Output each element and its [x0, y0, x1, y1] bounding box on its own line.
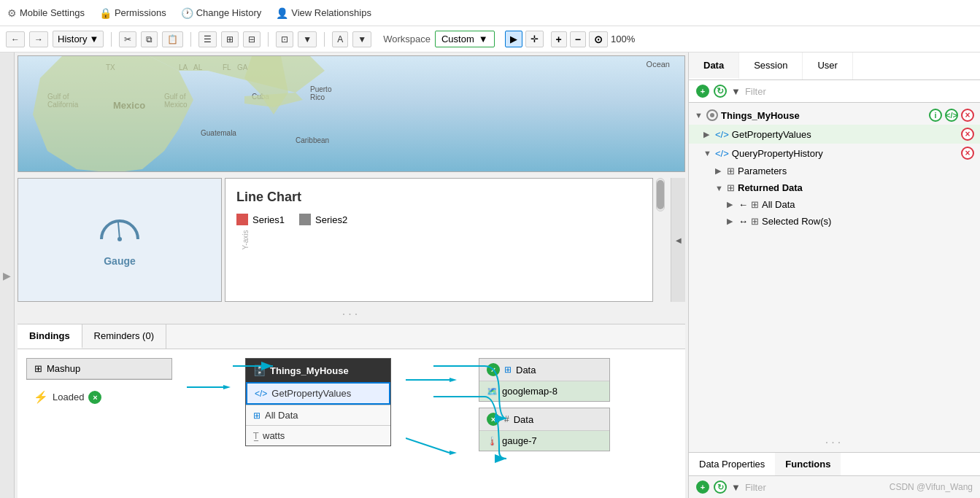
data1-remove-button[interactable]: × [487, 363, 500, 376]
add-data-button[interactable]: + [696, 85, 709, 98]
resize-dots[interactable]: ··· [15, 305, 688, 324]
redo-button[interactable]: → [29, 31, 48, 47]
scrollbar-thumb[interactable] [657, 180, 664, 209]
canvas-scrollbar[interactable] [656, 178, 665, 211]
mobile-settings-menu[interactable]: ⚙ Mobile Settings [7, 7, 85, 19]
getpropertyvalues-item[interactable]: </> GetPropertyValues [246, 382, 390, 405]
series2-color-swatch [299, 214, 311, 225]
things-block[interactable]: 🗄️ Things_MyHouse </> GetPropertyValues … [245, 358, 391, 446]
select-cursor-button[interactable]: ▶ [505, 31, 522, 47]
zoom-area: + − ⊙ 100% [551, 31, 636, 47]
view-dropdown-button[interactable]: ▼ [298, 31, 317, 47]
canvas-collapse-handle[interactable]: ◀ [671, 178, 685, 302]
tree-querypropertyhistory[interactable]: ▼ </> QueryPropertyHistory × [689, 144, 980, 163]
right-panel-tabs: Data Session User [689, 52, 980, 80]
data2-remove-button[interactable]: × [487, 413, 500, 426]
tab-session[interactable]: Session [739, 52, 803, 79]
chart-widget[interactable]: Line Chart Series1 Series2 Y-axis [225, 178, 653, 302]
separator-2 [190, 32, 191, 47]
connector-svg-2 [406, 365, 464, 482]
refresh-function-button[interactable]: ↻ [714, 481, 727, 494]
root-chevron-down-icon: ▼ [695, 111, 703, 120]
watermark-text: CSDN @Vifun_Wang [890, 482, 973, 492]
undo-button[interactable]: ← [6, 31, 25, 47]
tab-user[interactable]: User [803, 52, 852, 79]
getprop-actions: × [961, 128, 974, 141]
tab-functions[interactable]: Functions [775, 453, 841, 475]
align-button[interactable]: ☰ [198, 31, 217, 47]
chart-legend: Series1 Series2 [236, 214, 641, 225]
separator-4 [324, 32, 325, 47]
code-button[interactable]: </> [945, 109, 958, 122]
database-icon: 🗄️ [253, 365, 266, 376]
info-button[interactable]: i [929, 109, 942, 122]
table-icon: ⊞ [253, 411, 261, 421]
person-icon: 👤 [276, 7, 288, 19]
hash-icon: # [504, 414, 509, 424]
gauge-widget[interactable]: Gauge [18, 178, 222, 302]
layout-button[interactable]: ⊟ [243, 31, 261, 47]
loaded-remove-button[interactable]: × [88, 391, 101, 404]
cut-button[interactable]: ✂ [119, 31, 136, 47]
canvas-area: TX AL GA LA FL Gulf ofCalifornia Mexico … [15, 52, 688, 498]
distribute-button[interactable]: ⊞ [221, 31, 239, 47]
tab-data[interactable]: Data [689, 52, 739, 79]
y-axis-label: Y-axis [242, 230, 250, 250]
tab-reminders[interactable]: Reminders (0) [82, 324, 166, 349]
history-dropdown[interactable]: History ▼ [53, 31, 104, 47]
tree-root-item[interactable]: ▼ Things_MyHouse i </> × [689, 106, 980, 125]
move-cursor-button[interactable]: ✛ [525, 31, 544, 47]
workspace-area: Workspace Custom ▼ [383, 31, 494, 47]
googlemap-item[interactable]: 🗺️ googlemap-8 [479, 381, 609, 401]
returned-chevron-down-icon: ▼ [715, 184, 724, 192]
code-icon-1: </> [715, 129, 729, 140]
arrow-right-icon: ↔ [738, 216, 748, 227]
data-header-1: × ⊞ Data [479, 359, 609, 381]
copy-button[interactable]: ⧉ [141, 31, 158, 47]
gauge-icon [98, 214, 142, 249]
queryprop-remove-button[interactable]: × [961, 147, 974, 160]
view-relationships-menu[interactable]: 👤 View Relationships [276, 7, 371, 19]
root-remove-button[interactable]: × [961, 109, 974, 122]
change-history-menu[interactable]: 🕐 Change History [181, 7, 262, 19]
map-widget: TX AL GA LA FL Gulf ofCalifornia Mexico … [18, 55, 685, 172]
tree-getpropertyvalues[interactable]: ▶ </> GetPropertyValues × [689, 125, 980, 144]
text-dropdown-button[interactable]: ▼ [352, 31, 371, 47]
tree-parameters[interactable]: ▶ ⊞ Parameters [689, 163, 980, 179]
clock-icon: 🕐 [181, 7, 193, 19]
zoom-in-button[interactable]: + [551, 31, 567, 47]
top-menu: ⚙ Mobile Settings 🔒 Permissions 🕐 Change… [0, 0, 980, 26]
lock-icon: 🔒 [99, 7, 112, 19]
workspace-select[interactable]: Custom ▼ [435, 31, 495, 47]
gauge-target-item[interactable]: 🌡️ gauge-7 [479, 431, 609, 451]
left-sidebar: ▶ [0, 52, 15, 498]
watts-item[interactable]: T̲ watts [246, 425, 390, 446]
things-header: 🗄️ Things_MyHouse [246, 359, 390, 382]
refresh-data-button[interactable]: ↻ [714, 85, 727, 98]
alldata-item[interactable]: ⊞ All Data [246, 405, 390, 425]
add-function-button[interactable]: + [696, 481, 709, 494]
tree-alldata[interactable]: ▶ ← ⊞ All Data [689, 196, 980, 213]
tree-selected-rows[interactable]: ▶ ↔ ⊞ Selected Row(s) [689, 213, 980, 230]
widget-row: Gauge Line Chart Series1 Series2 Y-axis [18, 178, 685, 302]
queryprop-chevron-down-icon: ▼ [703, 149, 712, 157]
text-button[interactable]: A [332, 31, 348, 47]
svg-point-0 [117, 237, 122, 241]
tree-returned-data[interactable]: ▼ ⊞ Returned Data [689, 179, 980, 196]
zoom-fit-button[interactable]: ⊙ [589, 31, 608, 47]
permissions-menu[interactable]: 🔒 Permissions [99, 7, 166, 19]
tab-data-properties[interactable]: Data Properties [689, 453, 775, 475]
paste-button[interactable]: 📋 [162, 31, 183, 47]
connector-2 [406, 358, 464, 489]
getprop-chevron-right-icon: ▶ [703, 130, 712, 139]
mashup-header: ⊞ Mashup [27, 359, 171, 379]
tab-bindings[interactable]: Bindings [18, 324, 82, 349]
table-icon-params: ⊞ [727, 166, 735, 176]
alldata-chevron-right-icon: ▶ [727, 200, 736, 209]
panel-resize-dots[interactable]: ··· [689, 433, 980, 452]
zoom-out-button[interactable]: − [570, 31, 586, 47]
view-button[interactable]: ⊡ [276, 31, 293, 47]
left-collapse-icon[interactable]: ▶ [3, 270, 11, 281]
getprop-remove-button[interactable]: × [961, 128, 974, 141]
workspace-chevron-icon: ▼ [479, 34, 488, 44]
